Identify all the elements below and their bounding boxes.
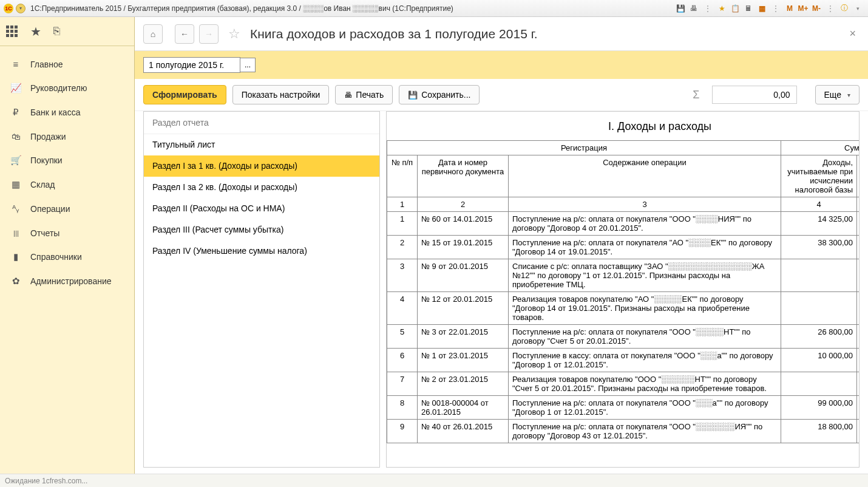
sidebar-item-0[interactable]: ≡Главное <box>0 52 134 76</box>
table-row[interactable]: 5№ 3 от 22.01.2015Поступление на р/с: оп… <box>387 325 860 349</box>
favorite-icon[interactable]: ★ <box>716 3 727 14</box>
memory-mminus-icon[interactable]: M- <box>811 3 822 14</box>
more-button[interactable]: Еще <box>815 85 860 104</box>
home-button[interactable]: ⌂ <box>143 24 163 44</box>
generate-button[interactable]: Сформировать <box>143 85 226 104</box>
cell-npp: 9 <box>387 420 418 443</box>
sidebar-item-4[interactable]: 🛒Покупки <box>0 148 134 172</box>
section-item-1[interactable]: Раздел I за 1 кв. (Доходы и расходы) <box>144 155 379 177</box>
th-income: Доходы, учитываемые при исчислении налог… <box>781 155 857 197</box>
cell-operation: Поступление на р/с: оплата от покупателя… <box>509 212 781 236</box>
period-input[interactable] <box>143 57 240 73</box>
favorite-page-icon[interactable]: ☆ <box>228 26 240 42</box>
sidebar-item-1[interactable]: 📈Руководителю <box>0 76 134 100</box>
cell-doc: № 15 от 19.01.2015 <box>418 236 509 259</box>
info-dropdown-icon[interactable]: ▾ <box>852 3 863 14</box>
sigma-icon[interactable]: Σ <box>693 89 699 101</box>
sidebar-icon: ᴬᵧ <box>10 203 22 214</box>
cell-expense <box>857 212 860 236</box>
section-item-4[interactable]: Раздел III (Расчет суммы убытка) <box>144 219 379 240</box>
cell-doc: № 9 от 20.01.2015 <box>418 259 509 292</box>
cell-income: 14 325,00 <box>781 212 857 236</box>
cell-operation: Списание с р/с: оплата поставщику "ЗАО "… <box>509 259 781 292</box>
calculator-icon[interactable]: 🖩 <box>743 3 754 14</box>
table-row[interactable]: 7№ 2 от 23.01.2015Реализация товаров пок… <box>387 372 860 396</box>
table-row[interactable]: 1№ 60 от 14.01.2015Поступление на р/с: о… <box>387 212 860 236</box>
sidebar-item-label: Справочники <box>30 252 82 262</box>
print-button[interactable]: 🖶Печать <box>335 85 393 104</box>
close-button[interactable]: × <box>846 27 860 40</box>
section-item-5[interactable]: Раздел IV (Уменьшение суммы налога) <box>144 240 379 262</box>
cell-income: 18 800,00 <box>781 420 857 443</box>
sidebar-item-2[interactable]: ₽Банк и касса <box>0 100 134 124</box>
sidebar-item-5[interactable]: ▦Склад <box>0 172 134 197</box>
separator: ⋮ <box>702 3 713 14</box>
sidebar-item-7[interactable]: ⫼Отчеты <box>0 221 134 245</box>
dropdown-icon[interactable]: ▾ <box>16 4 25 13</box>
save-button[interactable]: 💾Сохранить... <box>399 85 480 104</box>
cell-doc: № 12 от 20.01.2015 <box>418 292 509 325</box>
sidebar-item-9[interactable]: ✿Администрирование <box>0 269 134 293</box>
table-row[interactable]: 6№ 1 от 23.01.2015Поступление в кассу: о… <box>387 349 860 372</box>
show-settings-button[interactable]: Показать настройки <box>232 85 330 104</box>
sum-input[interactable] <box>712 86 797 104</box>
cell-npp: 4 <box>387 292 418 325</box>
section-item-0[interactable]: Титульный лист <box>144 134 379 155</box>
cell-doc: № 60 от 14.01.2015 <box>418 212 509 236</box>
cell-income: 99 000,00 <box>781 396 857 420</box>
star-icon[interactable]: ★ <box>30 24 41 39</box>
printer-icon: 🖶 <box>344 90 352 100</box>
sidebar-icon: ▮ <box>10 251 22 262</box>
info-icon[interactable]: ⓘ <box>839 3 850 14</box>
cell-income <box>781 259 857 292</box>
sidebar: ★ ⎘ ≡Главное📈Руководителю₽Банк и касса🛍П… <box>0 17 135 474</box>
th-operation: Содержание операции <box>509 155 781 197</box>
table-row[interactable]: 3№ 9 от 20.01.2015Списание с р/с: оплата… <box>387 259 860 292</box>
index-cell: 5 <box>857 197 860 212</box>
page-header: ⌂ ← → ☆ Книга доходов и расходов за 1 по… <box>135 17 868 51</box>
cell-expense <box>857 325 860 349</box>
th-expense: Расхо учитыва при исчи налогово <box>857 155 860 197</box>
report-title: I. Доходы и расходы <box>387 112 860 140</box>
cell-operation: Реализация товаров покупателю "ООО "░░░░… <box>509 372 781 396</box>
sidebar-item-6[interactable]: ᴬᵧОперации <box>0 197 134 221</box>
period-picker-button[interactable]: ... <box>240 58 256 72</box>
memory-mplus-icon[interactable]: M+ <box>798 3 809 14</box>
toolbar: Сформировать Показать настройки 🖶Печать … <box>135 79 868 111</box>
cell-npp: 7 <box>387 372 418 396</box>
documents-icon[interactable]: ⎘ <box>53 25 60 38</box>
calendar-icon[interactable]: ▦ <box>756 3 767 14</box>
table-row[interactable]: 4№ 12 от 20.01.2015Реализация товаров по… <box>387 292 860 325</box>
save-disk-icon[interactable]: 💾 <box>675 3 686 14</box>
section-item-3[interactable]: Раздел II (Расходы на ОС и НМА) <box>144 198 379 219</box>
cell-expense <box>857 236 860 259</box>
apps-grid-icon[interactable] <box>6 26 18 38</box>
sidebar-icon: ≡ <box>10 59 22 69</box>
cell-income <box>781 292 857 325</box>
sidebar-icon: 🛒 <box>10 155 22 166</box>
cell-doc: № 0018-000004 от 26.01.2015 <box>418 396 509 420</box>
forward-button[interactable]: → <box>199 24 219 44</box>
sidebar-icon: 📈 <box>10 83 22 94</box>
cell-income: 10 000,00 <box>781 349 857 372</box>
report-preview-panel[interactable]: I. Доходы и расходы Регистрация Сумма № … <box>386 111 860 468</box>
disk-icon: 💾 <box>408 90 418 100</box>
sidebar-icon: 🛍 <box>10 131 22 141</box>
cell-expense <box>857 349 860 372</box>
report-table: Регистрация Сумма № п/п Дата и номер пер… <box>387 140 860 443</box>
sidebar-item-8[interactable]: ▮Справочники <box>0 245 134 269</box>
table-row[interactable]: 2№ 15 от 19.01.2015Поступление на р/с: о… <box>387 236 860 259</box>
cell-income: 26 800,00 <box>781 325 857 349</box>
sidebar-icon: ⫼ <box>10 228 22 238</box>
cell-doc: № 3 от 22.01.2015 <box>418 325 509 349</box>
back-button[interactable]: ← <box>175 24 194 44</box>
print-icon[interactable]: 🖶 <box>688 3 699 14</box>
th-date-doc: Дата и номер первичного документа <box>418 155 509 197</box>
table-row[interactable]: 8№ 0018-000004 от 26.01.2015Поступление … <box>387 396 860 420</box>
memory-m-icon[interactable]: M <box>784 3 795 14</box>
section-item-2[interactable]: Раздел I за 2 кв. (Доходы и расходы) <box>144 177 379 198</box>
sidebar-item-label: Продажи <box>30 132 66 141</box>
sidebar-item-3[interactable]: 🛍Продажи <box>0 124 134 148</box>
clipboard-icon[interactable]: 📋 <box>730 3 741 14</box>
table-row[interactable]: 9№ 40 от 26.01.2015Поступление на р/с: о… <box>387 420 860 443</box>
